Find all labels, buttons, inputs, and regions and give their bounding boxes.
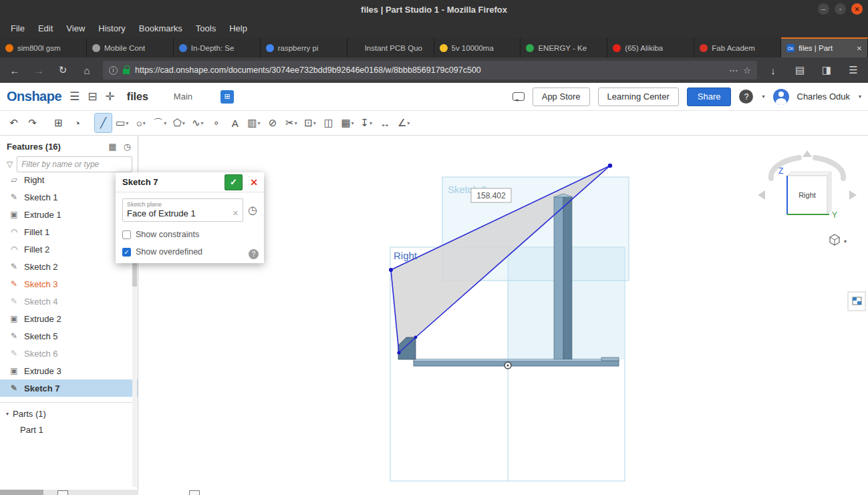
rollback-history-icon[interactable]: ◷ [124, 142, 131, 152]
confirm-button[interactable]: ✓ [225, 174, 243, 190]
forward-icon[interactable]: → [31, 65, 47, 76]
right-plane-label[interactable]: Right [394, 250, 418, 261]
feature-item-sketch5[interactable]: ✎Sketch 5 [0, 327, 138, 345]
bottom-tab-icon[interactable] [189, 490, 200, 495]
copy-tool[interactable]: ⊞ [50, 114, 67, 132]
browser-tab[interactable]: Mobile Cont [87, 37, 174, 57]
feature-filter-input[interactable] [17, 156, 132, 172]
line-tool[interactable]: ╱ [95, 114, 112, 132]
feature-item-sketch4[interactable]: ✎Sketch 4 [0, 293, 138, 310]
browser-tab[interactable]: Fab Academ [694, 37, 781, 57]
bookmark-star-icon[interactable]: ☆ [743, 65, 751, 75]
rotate-tool[interactable]: ◔ [69, 114, 86, 132]
checkbox-checked-icon[interactable]: ✓ [122, 248, 131, 257]
onshape-logo[interactable]: Onshape [7, 89, 61, 104]
spline-tool[interactable]: ∿▾ [189, 114, 206, 132]
learning-center-button[interactable]: Learning Center [598, 88, 679, 106]
library-icon[interactable]: ▤ [792, 64, 808, 76]
share-button[interactable]: Share [687, 88, 732, 106]
downloads-icon[interactable]: ↓ [765, 65, 781, 76]
dialog-help-icon[interactable]: ? [249, 249, 259, 259]
back-icon[interactable]: ← [7, 65, 23, 76]
checkbox-unchecked-icon[interactable] [122, 230, 131, 239]
home-icon[interactable]: ⌂ [79, 65, 95, 76]
user-name[interactable]: Charles Oduk [797, 92, 850, 102]
view-options-caret-icon[interactable]: ▾ [844, 238, 847, 244]
feature-item-extrude2[interactable]: ▣Extrude 2 [0, 310, 138, 327]
minimize-button[interactable]: ─ [818, 3, 829, 15]
parts-section-header[interactable]: ▾ Parts (1) [0, 405, 138, 422]
url-bar[interactable]: i https://cad.onshape.com/documents/3074… [103, 61, 757, 79]
dialog-header[interactable]: Sketch 7 ✓ ✕ [116, 172, 264, 192]
app-store-button[interactable]: App Store [533, 88, 590, 106]
workspace-name[interactable]: Main [174, 92, 192, 102]
menu-view[interactable]: View [59, 21, 92, 35]
menu-history[interactable]: History [92, 21, 132, 35]
constraint-tool[interactable]: ∠▾ [396, 114, 412, 132]
browser-tab[interactable]: sim800l gsm [0, 37, 87, 57]
circle-tool[interactable]: ○▾ [132, 114, 149, 132]
clear-selection-icon[interactable]: ✕ [233, 209, 239, 218]
viewcube-left-arrow-icon[interactable] [758, 190, 765, 200]
horizontal-scrollbar[interactable] [0, 490, 138, 495]
point-tool[interactable]: ∘ [208, 114, 225, 132]
maximize-button[interactable]: ▫ [835, 3, 846, 15]
versions-icon[interactable]: ⊟ [88, 90, 97, 104]
hamburger-menu-icon[interactable]: ☰ [845, 64, 861, 76]
import-dxf-tool[interactable]: ↧▾ [358, 114, 375, 132]
column-side-face[interactable] [563, 197, 572, 359]
cancel-button[interactable]: ✕ [247, 174, 261, 190]
trim-tool[interactable]: ⊘ [264, 114, 281, 132]
menu-tools[interactable]: Tools [189, 21, 223, 35]
rectangle-tool[interactable]: ▭▾ [114, 114, 130, 132]
measure-tool[interactable]: ↔ [377, 114, 394, 132]
feature-item-sketch7[interactable]: ✎Sketch 7 [0, 379, 138, 397]
dimension-value[interactable]: 158.402 [476, 191, 506, 200]
undo-button[interactable]: ↶ [5, 114, 22, 132]
text-tool[interactable]: A [227, 114, 243, 132]
pattern-tool[interactable]: ▦▾ [339, 114, 355, 132]
part-item[interactable]: Part 1 [0, 422, 138, 438]
viewcube-face-label[interactable]: Right [799, 191, 816, 199]
browser-tab[interactable]: ENERGY - Ke [521, 37, 607, 57]
redo-button[interactable]: ↷ [24, 114, 41, 132]
feature-item-sketch3[interactable]: ✎Sketch 3 [0, 275, 138, 293]
sketch-vertex[interactable] [414, 336, 418, 339]
close-button[interactable]: ✕ [851, 3, 863, 15]
browser-tab[interactable]: Instant PCB Quo [347, 37, 434, 57]
clock-icon[interactable]: ◷ [248, 204, 257, 216]
show-constraints-checkbox[interactable]: Show constraints [122, 230, 257, 239]
show-overdefined-checkbox[interactable]: ✓ Show overdefined [122, 247, 257, 257]
bottom-tab-icon[interactable] [57, 490, 68, 495]
menu-bookmarks[interactable]: Bookmarks [132, 21, 189, 35]
browser-tab-active[interactable]: On files | Part ✕ [781, 37, 868, 57]
menu-file[interactable]: File [4, 21, 31, 35]
browser-tab[interactable]: In-Depth: Se [174, 37, 261, 57]
panel-grid-icon[interactable]: ▦ [108, 142, 116, 152]
tab-close-icon[interactable]: ✕ [857, 45, 862, 52]
menu-help[interactable]: Help [223, 21, 254, 35]
sidebar-toggle-icon[interactable]: ◨ [819, 64, 835, 76]
sketch-plane-field[interactable]: Sketch plane Face of Extrude 1 ✕ [122, 198, 243, 222]
app-icon[interactable]: ⊞ [221, 90, 234, 104]
sketch-vertex[interactable] [389, 268, 393, 272]
offset-tool[interactable]: ⊡▾ [301, 114, 318, 132]
browser-tab[interactable]: 5v 10000ma [434, 37, 521, 57]
scrollbar-thumb[interactable] [0, 490, 43, 495]
site-info-icon[interactable]: i [109, 66, 118, 75]
reload-icon[interactable]: ↻ [55, 64, 71, 76]
inspect-tool[interactable]: ◫ [320, 114, 337, 132]
column-front-face[interactable] [554, 197, 563, 359]
sketch-vertex[interactable] [397, 351, 400, 354]
insert-icon[interactable]: ✛ [106, 90, 115, 104]
page-actions-icon[interactable]: ⋯ [729, 65, 738, 75]
feature-item-sketch6[interactable]: ✎Sketch 6 [0, 345, 138, 362]
document-title[interactable]: files [127, 91, 148, 103]
browser-tab[interactable]: raspberry pi [261, 37, 347, 57]
browser-tab[interactable]: (65) Alikiba [607, 37, 694, 57]
document-menu-icon[interactable]: ☰ [69, 90, 80, 104]
sketch-vertex[interactable] [608, 164, 612, 168]
viewcube-right-arrow-icon[interactable] [849, 190, 857, 200]
menu-edit[interactable]: Edit [31, 21, 59, 35]
url-text[interactable]: https://cad.onshape.com/documents/3074ee… [135, 65, 724, 75]
